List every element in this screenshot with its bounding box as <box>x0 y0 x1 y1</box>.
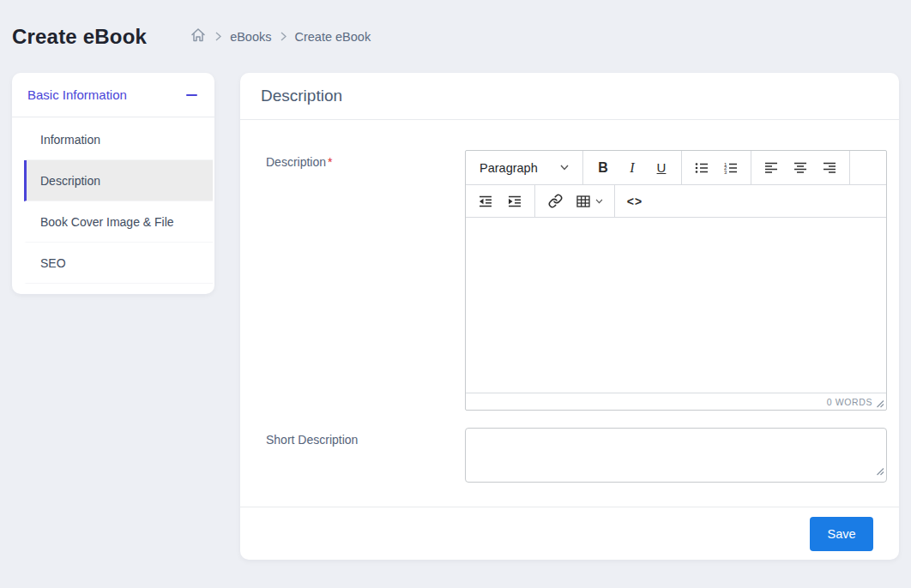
editor-resize-grip[interactable] <box>876 399 884 408</box>
italic-button[interactable]: I <box>618 155 647 181</box>
sidebar-item-label: Book Cover Image & File <box>40 215 174 229</box>
align-right-icon <box>822 160 837 176</box>
toolbar-group-text-style: B I U <box>583 151 682 184</box>
short-description-label: Short Description <box>266 428 465 483</box>
indent-button[interactable] <box>500 189 529 214</box>
editor-content-area[interactable] <box>466 218 886 393</box>
paragraph-format-value: Paragraph <box>480 161 538 175</box>
toolbar-group-code: <> <box>615 185 655 217</box>
numbered-list-icon: 123 <box>723 160 739 176</box>
textarea-resize-grip[interactable] <box>876 464 884 479</box>
description-field: Paragraph B I U <box>465 150 887 411</box>
bullet-list-icon <box>694 160 709 176</box>
bold-button[interactable]: B <box>588 155 618 181</box>
chevron-down-icon <box>595 199 603 204</box>
bullet-list-button[interactable] <box>687 155 716 181</box>
align-center-button[interactable] <box>786 155 815 181</box>
indent-icon <box>507 194 522 209</box>
sidebar-section-toggle[interactable]: Basic Information <box>12 73 214 117</box>
short-description-field <box>465 428 887 483</box>
code-view-button[interactable]: <> <box>620 189 649 214</box>
breadcrumb: eBooks Create eBook <box>190 27 371 47</box>
sidebar-item-seo[interactable]: SEO <box>24 243 213 284</box>
chevron-right-icon <box>281 32 287 41</box>
panel-body: Description* Paragraph <box>240 120 899 483</box>
outdent-button[interactable] <box>471 189 500 214</box>
editor-status-bar: 0 WORDS <box>466 393 886 410</box>
sidebar: Basic Information Information Descriptio… <box>12 73 214 294</box>
toolbar-spacer <box>850 151 886 184</box>
home-icon[interactable] <box>190 27 207 47</box>
collapse-minus-icon <box>186 94 197 96</box>
toolbar-group-indent <box>466 185 535 217</box>
table-dropdown-button[interactable] <box>570 189 609 214</box>
paragraph-format-dropdown[interactable]: Paragraph <box>473 155 576 181</box>
outdent-icon <box>478 194 493 209</box>
description-label: Description* <box>266 150 465 411</box>
sidebar-section-title: Basic Information <box>27 87 127 102</box>
short-description-input[interactable] <box>465 428 887 483</box>
chevron-down-icon <box>560 165 569 171</box>
align-right-button[interactable] <box>815 155 844 181</box>
editor-toolbar-row-1: Paragraph B I U <box>466 151 886 185</box>
sidebar-item-label: Description <box>40 174 100 188</box>
word-count: 0 WORDS <box>827 397 872 407</box>
rich-text-editor: Paragraph B I U <box>465 150 887 411</box>
chevron-right-icon <box>215 32 221 41</box>
align-left-button[interactable] <box>757 155 786 181</box>
sidebar-item-label: Information <box>40 133 100 147</box>
breadcrumb-item-ebooks[interactable]: eBooks <box>230 30 271 44</box>
sidebar-item-description[interactable]: Description <box>24 160 213 201</box>
page-title: Create eBook <box>12 25 147 49</box>
breadcrumb-item-create-ebook: Create eBook <box>295 30 371 44</box>
link-icon <box>548 194 563 208</box>
table-icon <box>576 194 591 209</box>
toolbar-group-format: Paragraph <box>466 151 583 184</box>
required-asterisk: * <box>328 155 332 169</box>
save-button[interactable]: Save <box>810 517 873 551</box>
create-ebook-page: Create eBook eBooks Create eBook Basic I… <box>0 0 911 588</box>
sidebar-item-book-cover[interactable]: Book Cover Image & File <box>24 201 213 243</box>
sidebar-item-information[interactable]: Information <box>24 119 213 160</box>
underline-button[interactable]: U <box>647 155 676 181</box>
align-left-icon <box>763 160 779 176</box>
numbered-list-button[interactable]: 123 <box>716 155 745 181</box>
top-bar: Create eBook eBooks Create eBook <box>0 0 911 73</box>
sidebar-item-label: SEO <box>40 256 66 270</box>
panel-header: Description <box>240 73 899 120</box>
editor-toolbar-row-2: <> <box>466 185 886 218</box>
panel-footer: Save <box>240 507 899 560</box>
sidebar-items: Information Description Book Cover Image… <box>12 117 214 284</box>
link-button[interactable] <box>540 189 570 214</box>
description-label-text: Description <box>266 155 326 169</box>
main-panel: Description Description* Paragraph <box>240 73 899 560</box>
short-description-row: Short Description <box>266 428 887 483</box>
svg-text:3: 3 <box>724 169 727 174</box>
section-title: Description <box>261 87 342 105</box>
description-row: Description* Paragraph <box>266 150 887 411</box>
toolbar-group-insert <box>535 185 615 217</box>
align-center-icon <box>793 160 808 176</box>
toolbar-group-lists: 123 <box>682 151 751 184</box>
toolbar-group-align <box>751 151 850 184</box>
